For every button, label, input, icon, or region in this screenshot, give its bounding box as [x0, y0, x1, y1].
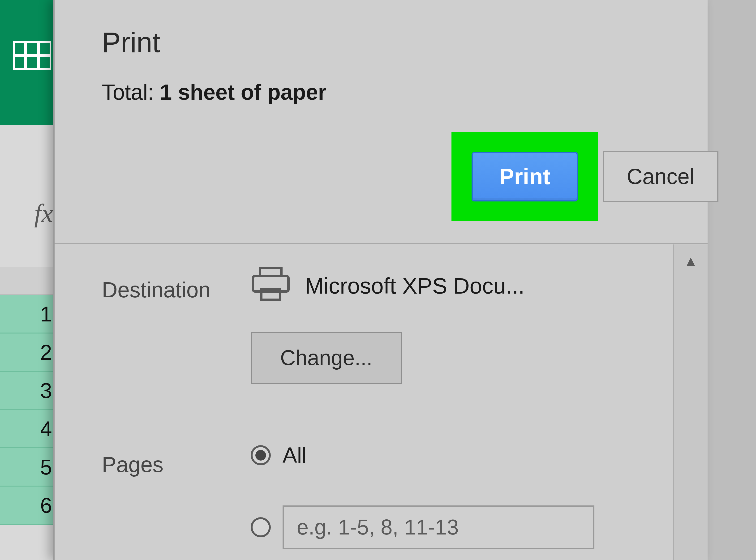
destination-row: Destination Microsoft XPS Docu... Change… — [102, 268, 675, 384]
dialog-header: Print Total: 1 sheet of paper — [55, 0, 708, 126]
spreadsheet-row-headers: 1 2 3 4 5 6 — [0, 295, 59, 525]
total-value: 1 sheet of paper — [160, 80, 326, 104]
page-gutter — [705, 0, 756, 560]
dialog-title: Print — [102, 26, 660, 59]
row-header[interactable]: 4 — [0, 410, 59, 448]
print-button[interactable]: Print — [472, 152, 578, 201]
spreadsheet-app-icon — [13, 41, 51, 70]
row-header[interactable]: 3 — [0, 372, 59, 410]
row-header[interactable]: 5 — [0, 448, 59, 486]
spreadsheet-column-header — [0, 267, 59, 295]
destination-printer: Microsoft XPS Docu... — [251, 268, 675, 303]
row-header[interactable]: 1 — [0, 295, 59, 334]
pages-all-label: All — [282, 443, 307, 468]
row-header[interactable]: 6 — [0, 486, 59, 525]
pages-all-option[interactable]: All — [251, 443, 675, 468]
pages-label: Pages — [102, 443, 251, 477]
pages-range-input[interactable]: e.g. 1-5, 8, 11-13 — [282, 505, 594, 549]
destination-label: Destination — [102, 268, 251, 302]
annotation-highlight: Print — [452, 132, 598, 221]
pages-range-placeholder: e.g. 1-5, 8, 11-13 — [297, 515, 459, 539]
radio-unchecked-icon — [251, 517, 271, 537]
divider — [55, 243, 708, 244]
dialog-action-row: Print Cancel — [452, 132, 735, 227]
pages-range-option[interactable]: e.g. 1-5, 8, 11-13 — [251, 505, 675, 549]
print-dialog: Print Total: 1 sheet of paper Print Canc… — [53, 0, 708, 560]
settings-pane: Destination Microsoft XPS Docu... Change… — [55, 244, 675, 560]
cancel-button[interactable]: Cancel — [603, 151, 718, 202]
destination-printer-name: Microsoft XPS Docu... — [305, 273, 524, 299]
settings-scrollbar[interactable]: ▲ — [673, 244, 708, 560]
change-destination-button[interactable]: Change... — [251, 332, 402, 384]
printer-icon — [251, 267, 291, 302]
svg-rect-4 — [260, 268, 281, 276]
total-sheets-line: Total: 1 sheet of paper — [102, 80, 660, 105]
formula-bar-fx-label: fx — [34, 198, 53, 228]
radio-checked-icon — [251, 445, 271, 465]
total-prefix: Total: — [102, 80, 160, 104]
pages-row: Pages All e.g. 1-5, 8, 11-13 — [102, 443, 675, 549]
row-header[interactable]: 2 — [0, 334, 59, 372]
scroll-up-icon[interactable]: ▲ — [674, 244, 708, 278]
